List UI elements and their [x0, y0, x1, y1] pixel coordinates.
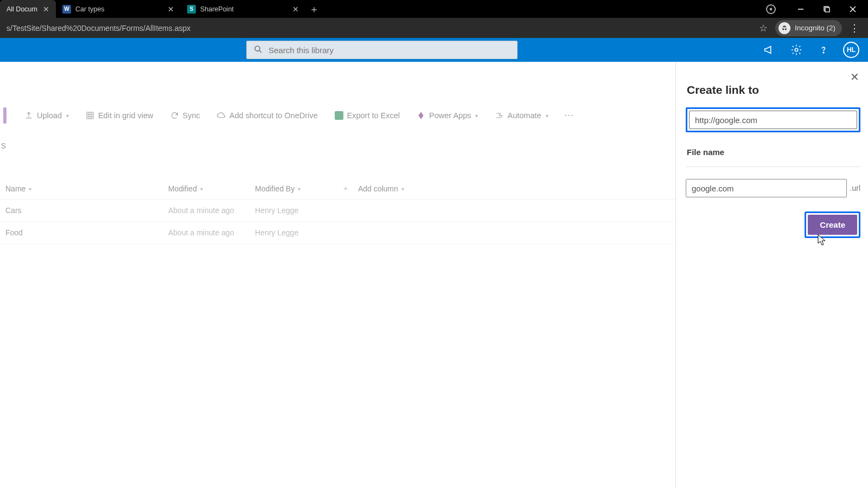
- close-icon[interactable]: ✕: [291, 4, 300, 15]
- edit-grid-button[interactable]: Edit in grid view: [82, 108, 157, 123]
- file-name-input[interactable]: [686, 179, 847, 197]
- chevron-down-icon: ▾: [29, 186, 31, 192]
- more-commands-button[interactable]: ···: [561, 109, 578, 122]
- minimize-icon[interactable]: [789, 2, 813, 17]
- table-row[interactable]: Cars About a minute ago Henry Legge: [0, 200, 675, 222]
- onedrive-icon: [216, 111, 226, 120]
- sync-icon: [170, 111, 180, 120]
- automate-button[interactable]: Automate ▾: [491, 108, 551, 123]
- search-box[interactable]: [246, 41, 518, 59]
- power-apps-icon: [416, 111, 426, 120]
- power-apps-button[interactable]: Power Apps ▾: [413, 108, 481, 123]
- chevron-down-icon: ▾: [546, 113, 548, 119]
- column-modified[interactable]: Modified▾: [168, 184, 255, 194]
- library-title-stub: s: [0, 140, 675, 151]
- close-icon[interactable]: ✕: [167, 4, 175, 15]
- svg-point-0: [770, 8, 773, 10]
- new-tab-button[interactable]: ＋: [305, 0, 323, 18]
- browser-tab[interactable]: W Car types ✕: [56, 0, 181, 18]
- browser-tab[interactable]: S SharePoint ✕: [181, 0, 305, 18]
- divider: [686, 166, 860, 167]
- chevron-down-icon: ▾: [200, 186, 203, 192]
- file-name: Food: [5, 228, 168, 237]
- svg-line-7: [259, 50, 261, 53]
- page-body: Upload ▾ Edit in grid view Sync Add shor…: [0, 62, 868, 488]
- maximize-icon[interactable]: [815, 2, 839, 17]
- add-column-button[interactable]: ＋ Add column▾: [342, 184, 434, 194]
- incognito-label: Incognito (2): [795, 24, 835, 32]
- grid-icon: [85, 111, 95, 120]
- account-circle-icon[interactable]: [766, 4, 776, 14]
- column-name[interactable]: Name▾: [5, 184, 168, 194]
- document-table: Name▾ Modified▾ Modified By▾ ＋ Add colum…: [0, 184, 675, 244]
- tab-title: All Docum: [7, 5, 37, 13]
- url-display[interactable]: s/TestSite/Shared%20Documents/Forms/AllI…: [4, 24, 750, 33]
- browser-tab-strip: All Docum ✕ W Car types ✕ S SharePoint ✕…: [0, 0, 868, 18]
- upload-button[interactable]: Upload ▾: [21, 108, 72, 123]
- table-header: Name▾ Modified▾ Modified By▾ ＋ Add colum…: [0, 184, 675, 200]
- search-icon: [253, 44, 263, 56]
- file-name-row: .url: [686, 179, 860, 197]
- file-name: Cars: [5, 206, 168, 215]
- tab-title: Car types: [75, 5, 162, 13]
- address-bar: s/TestSite/Shared%20Documents/Forms/AllI…: [0, 18, 868, 38]
- chevron-down-icon: ▾: [298, 186, 301, 192]
- suite-bar: HL: [0, 38, 868, 62]
- create-button[interactable]: Create: [808, 215, 857, 235]
- automate-icon: [494, 111, 504, 120]
- help-icon[interactable]: [816, 42, 831, 57]
- file-extension-label: .url: [850, 184, 860, 192]
- svg-point-8: [795, 48, 798, 52]
- new-button-stub: [3, 107, 7, 124]
- link-url-highlight: [686, 107, 860, 132]
- cursor-icon: [817, 234, 827, 246]
- link-url-input[interactable]: [689, 111, 857, 129]
- incognito-chip[interactable]: Incognito (2): [775, 20, 842, 36]
- chevron-down-icon: ▾: [475, 113, 478, 119]
- excel-icon: [334, 111, 344, 120]
- sharepoint-favicon-icon: S: [187, 5, 196, 14]
- gear-icon[interactable]: [789, 42, 804, 57]
- tab-title: SharePoint: [200, 5, 287, 13]
- create-button-highlight: Create: [805, 211, 860, 238]
- word-favicon-icon: W: [62, 5, 71, 14]
- megaphone-icon[interactable]: [762, 42, 777, 57]
- command-bar: Upload ▾ Edit in grid view Sync Add shor…: [0, 107, 675, 124]
- search-input[interactable]: [269, 46, 510, 55]
- export-excel-button[interactable]: Export to Excel: [331, 108, 404, 123]
- add-shortcut-button[interactable]: Add shortcut to OneDrive: [213, 108, 321, 123]
- bookmark-star-icon[interactable]: ☆: [755, 20, 772, 36]
- svg-rect-10: [87, 112, 93, 119]
- close-window-icon[interactable]: [841, 2, 865, 17]
- panel-title: Create link to: [687, 84, 860, 97]
- window-controls: [766, 0, 868, 18]
- file-modified-by: Henry Legge: [255, 206, 342, 215]
- svg-point-9: [823, 52, 824, 53]
- sync-button[interactable]: Sync: [167, 108, 203, 123]
- file-name-label: File name: [687, 147, 860, 157]
- svg-point-6: [255, 46, 260, 51]
- close-icon[interactable]: ✕: [42, 4, 50, 15]
- panel-close-button[interactable]: ✕: [850, 70, 859, 84]
- avatar[interactable]: HL: [843, 42, 859, 58]
- table-row[interactable]: Food About a minute ago Henry Legge: [0, 222, 675, 244]
- file-modified: About a minute ago: [168, 228, 255, 237]
- browser-menu-icon[interactable]: ⋮: [845, 20, 864, 36]
- incognito-icon: [778, 22, 790, 34]
- upload-icon: [24, 111, 34, 120]
- browser-tab-active[interactable]: All Docum ✕: [0, 0, 56, 18]
- chevron-down-icon: ▾: [66, 113, 69, 119]
- file-modified: About a minute ago: [168, 206, 255, 215]
- file-modified-by: Henry Legge: [255, 228, 342, 237]
- column-modified-by[interactable]: Modified By▾: [255, 184, 342, 194]
- chevron-down-icon: ▾: [401, 186, 404, 192]
- create-link-panel: ✕ Create link to File name .url Create: [675, 62, 868, 488]
- library-main-dimmed: Upload ▾ Edit in grid view Sync Add shor…: [0, 62, 675, 488]
- svg-rect-3: [825, 8, 829, 12]
